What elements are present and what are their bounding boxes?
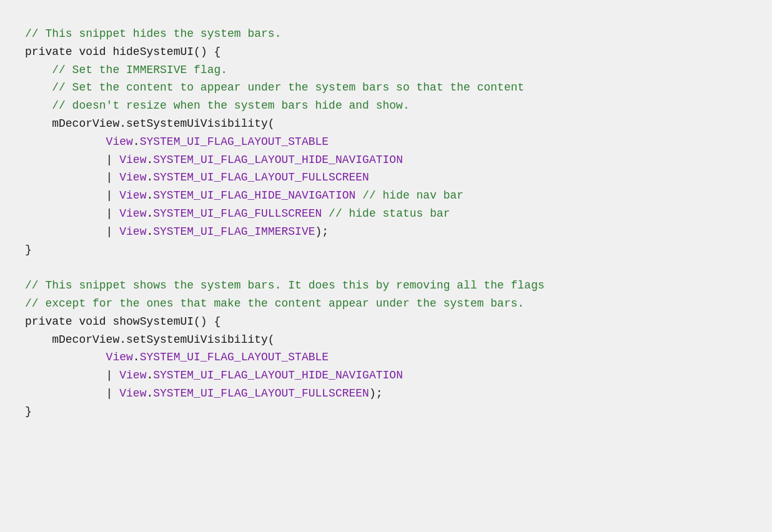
code-token: // doesn't resize when the system bars h…: [25, 99, 410, 112]
code-token: View: [119, 154, 146, 166]
code-token: SYSTEM_UI_FLAG_IMMERSIVE: [153, 225, 315, 238]
code-token: .: [133, 135, 140, 148]
code-token: View: [119, 207, 146, 220]
code-token: SYSTEM_UI_FLAG_HIDE_NAVIGATION: [153, 189, 355, 202]
code-line: }: [19, 241, 753, 259]
code-token: private: [25, 46, 72, 58]
code-token: SYSTEM_UI_FLAG_FULLSCREEN: [153, 207, 322, 220]
code-token: // Set the content to appear under the s…: [25, 81, 524, 94]
code-token: SYSTEM_UI_FLAG_LAYOUT_STABLE: [140, 135, 329, 148]
code-token: void: [79, 46, 106, 58]
code-token: SYSTEM_UI_FLAG_LAYOUT_FULLSCREEN: [153, 171, 369, 184]
code-token: View: [119, 189, 146, 202]
code-token: |: [25, 225, 119, 238]
code-token: SYSTEM_UI_FLAG_LAYOUT_HIDE_NAVIGATION: [153, 369, 403, 382]
code-token: // hide status bar: [322, 207, 450, 220]
code-line: // Set the content to appear under the s…: [19, 79, 753, 97]
code-token: // Set the IMMERSIVE flag.: [25, 64, 227, 76]
code-line: private void showSystemUI() {: [19, 313, 753, 331]
code-line: | View.SYSTEM_UI_FLAG_FULLSCREEN // hide…: [19, 205, 753, 223]
code-token: // except for the ones that make the con…: [25, 297, 524, 310]
code-line: // except for the ones that make the con…: [19, 295, 753, 313]
code-token: mDecorView.setSystemUiVisibility(: [25, 333, 275, 346]
code-token: hideSystemUI() {: [106, 46, 221, 58]
code-token: |: [25, 154, 119, 166]
code-token: View: [119, 171, 146, 184]
code-token: .: [146, 171, 153, 184]
code-token: View: [119, 369, 146, 382]
code-token: private: [25, 315, 72, 328]
code-token: |: [25, 387, 119, 400]
code-token: .: [146, 387, 153, 400]
code-token: |: [25, 189, 119, 202]
code-token: View: [25, 135, 133, 148]
code-token: .: [146, 225, 153, 238]
code-token: // This snippet shows the system bars. I…: [25, 279, 545, 292]
code-line: // doesn't resize when the system bars h…: [19, 97, 753, 115]
code-token: }: [25, 405, 32, 418]
code-line-empty: [19, 259, 753, 277]
code-token: .: [146, 189, 153, 202]
code-token: );: [369, 387, 383, 400]
code-token: View: [25, 351, 133, 363]
code-token: mDecorView.setSystemUiVisibility(: [25, 117, 275, 130]
code-line: mDecorView.setSystemUiVisibility(: [19, 331, 753, 349]
code-line: mDecorView.setSystemUiVisibility(: [19, 115, 753, 133]
code-token: View: [119, 225, 146, 238]
code-token: // hide nav bar: [355, 189, 463, 202]
code-token: .: [146, 369, 153, 382]
code-token: |: [25, 207, 119, 220]
code-line: | View.SYSTEM_UI_FLAG_LAYOUT_HIDE_NAVIGA…: [19, 367, 753, 385]
code-token: .: [146, 154, 153, 166]
code-token: }: [25, 244, 32, 256]
code-block: // This snippet hides the system bars.pr…: [19, 19, 753, 427]
code-line: | View.SYSTEM_UI_FLAG_HIDE_NAVIGATION //…: [19, 187, 753, 205]
code-line: View.SYSTEM_UI_FLAG_LAYOUT_STABLE: [19, 133, 753, 151]
code-token: SYSTEM_UI_FLAG_LAYOUT_FULLSCREEN: [153, 387, 369, 400]
code-line: | View.SYSTEM_UI_FLAG_LAYOUT_FULLSCREEN)…: [19, 385, 753, 403]
code-line: // Set the IMMERSIVE flag.: [19, 61, 753, 79]
code-line: }: [19, 403, 753, 421]
code-token: .: [146, 207, 153, 220]
code-token: .: [133, 351, 140, 363]
code-line: private void hideSystemUI() {: [19, 43, 753, 61]
code-token: );: [315, 225, 329, 238]
code-line: | View.SYSTEM_UI_FLAG_LAYOUT_HIDE_NAVIGA…: [19, 151, 753, 169]
code-token: |: [25, 171, 119, 184]
code-line: | View.SYSTEM_UI_FLAG_LAYOUT_FULLSCREEN: [19, 169, 753, 187]
code-line: | View.SYSTEM_UI_FLAG_IMMERSIVE);: [19, 223, 753, 241]
code-token: [72, 46, 79, 58]
code-token: SYSTEM_UI_FLAG_LAYOUT_STABLE: [140, 351, 329, 363]
code-token: SYSTEM_UI_FLAG_LAYOUT_HIDE_NAVIGATION: [153, 154, 403, 166]
code-line: View.SYSTEM_UI_FLAG_LAYOUT_STABLE: [19, 348, 753, 367]
code-token: |: [25, 369, 119, 382]
code-line: // This snippet hides the system bars.: [19, 25, 753, 43]
code-token: // This snippet hides the system bars.: [25, 27, 281, 40]
code-line: // This snippet shows the system bars. I…: [19, 277, 753, 295]
code-token: View: [119, 387, 146, 400]
code-token: void showSystemUI() {: [72, 315, 221, 328]
